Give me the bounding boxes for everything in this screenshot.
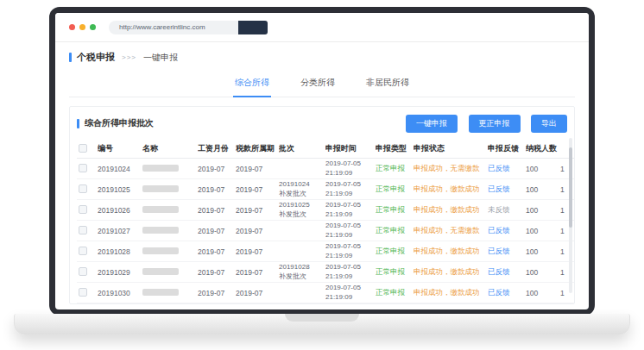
browser-chrome: http://www.careerintlinc.com [55, 13, 589, 42]
page-content: 个税申报 >>> 一键申报 综合所得 分类所得 非居民所得 综合所得申报批次 一… [55, 42, 589, 309]
row-checkbox[interactable] [79, 205, 87, 214]
panel-title: 综合所得申报批次 [77, 117, 154, 129]
col-header-tax-period: 税款所属期 [236, 143, 279, 154]
cell-taxpayers: 100 [526, 268, 560, 277]
panel-title-text: 综合所得申报批次 [85, 117, 154, 129]
url-text: http://www.careerintlinc.com [119, 23, 205, 31]
correct-declare-button[interactable]: 更正申报 [469, 115, 521, 133]
col-header-feedback: 申报反馈 [488, 143, 526, 154]
batch-table: 编号 名称 工资月份 税款所属期 批次 申报时间 申报类型 申报状态 申报反馈 … [77, 140, 575, 304]
cell-clipped: 1 [560, 247, 575, 256]
cell-salary-month: 2019-07 [198, 165, 236, 173]
title-accent-bar [69, 53, 72, 62]
col-header-salary-month: 工资月份 [198, 143, 236, 154]
select-all-checkbox[interactable] [79, 144, 87, 153]
row-checkbox[interactable] [79, 184, 87, 193]
cell-name [142, 227, 198, 235]
cell-salary-month: 2019-07 [198, 227, 236, 235]
cell-feedback: 已反馈 [488, 164, 526, 174]
cell-name [142, 247, 198, 256]
cell-taxpayers: 100 [526, 247, 560, 256]
cell-batch: 20191025补发批次 [279, 201, 325, 219]
cell-id: 20191027 [98, 227, 142, 235]
col-header-batch: 批次 [279, 143, 325, 154]
export-button[interactable]: 导出 [531, 115, 567, 133]
cell-declare-time: 2019-07-0521:19:09 [325, 263, 376, 281]
window-dot-close[interactable] [69, 24, 75, 30]
panel-actions: 一键申报 更正申报 导出 [399, 114, 567, 133]
table-row: 20191026 2019-07 2019-07 20191025补发批次 20… [77, 200, 575, 221]
col-header-taxpayers: 纳税人数 [526, 143, 560, 154]
cell-salary-month: 2019-07 [198, 289, 236, 297]
row-checkbox[interactable] [79, 247, 87, 255]
laptop-frame: http://www.careerintlinc.com 个税申报 >>> 一键… [49, 7, 595, 316]
cell-feedback: 已反馈 [488, 267, 526, 278]
cell-id: 20191029 [98, 268, 142, 277]
page-title: 个税申报 [77, 51, 115, 64]
row-checkbox[interactable] [79, 164, 87, 172]
cell-declare-time: 2019-07-0521:19:09 [325, 180, 376, 198]
cell-clipped: 1 [560, 165, 575, 173]
redacted-name [142, 289, 179, 296]
cell-tax-period: 2019-07 [236, 289, 279, 297]
row-checkbox[interactable] [79, 288, 87, 297]
table-row: 20191025 2019-07 2019-07 20191024补发批次 20… [77, 179, 575, 200]
cell-declare-type: 正常申报 [376, 205, 414, 216]
cell-batch: 20191024补发批次 [279, 180, 325, 198]
row-checkbox[interactable] [79, 226, 87, 234]
cell-taxpayers: 100 [526, 206, 560, 215]
cell-clipped: 1 [560, 268, 575, 277]
cell-declare-status: 申报成功，缴款成功 [414, 288, 488, 298]
cell-tax-period: 2019-07 [236, 247, 279, 256]
redacted-name [142, 227, 179, 234]
cell-declare-status: 申报成功，缴款成功 [414, 267, 488, 278]
cell-feedback: 未反馈 [488, 205, 526, 216]
one-click-declare-button[interactable]: 一键申报 [406, 115, 458, 133]
cell-feedback: 已反馈 [488, 184, 526, 195]
row-checkbox[interactable] [79, 267, 87, 276]
cell-clipped: 1 [560, 185, 575, 194]
cell-taxpayers: 100 [526, 227, 560, 235]
cell-declare-time: 2019-07-0521:19:09 [325, 201, 376, 219]
cell-name [142, 289, 198, 297]
cell-declare-time: 2019-07-0521:19:09 [325, 222, 376, 240]
cell-declare-type: 正常申报 [376, 247, 414, 257]
cell-taxpayers: 100 [526, 289, 560, 297]
breadcrumb-current: 一键申报 [143, 52, 178, 64]
browser-window: http://www.careerintlinc.com 个税申报 >>> 一键… [55, 13, 589, 309]
cell-name [142, 185, 198, 194]
cell-salary-month: 2019-07 [198, 206, 236, 215]
redacted-name [142, 165, 179, 172]
cell-id: 20191024 [98, 165, 142, 173]
cell-declare-time: 2019-07-0521:19:09 [325, 242, 376, 260]
table-row: 20191027 2019-07 2019-07 2019-07-0521:19… [77, 221, 575, 241]
col-header-declare-type: 申报类型 [376, 143, 414, 154]
table-row: 20191030 2019-07 2019-07 2019-07-0521:19… [77, 283, 575, 303]
table-row: 20191029 2019-07 2019-07 20191028补发批次 20… [77, 262, 575, 283]
cell-declare-type: 正常申报 [376, 267, 414, 278]
cell-feedback: 已反馈 [488, 247, 526, 257]
cell-salary-month: 2019-07 [198, 185, 236, 194]
cell-id: 20191025 [98, 185, 142, 194]
cell-tax-period: 2019-07 [236, 227, 279, 235]
table-header-row: 编号 名称 工资月份 税款所属期 批次 申报时间 申报类型 申报状态 申报反馈 … [77, 140, 575, 159]
tab-nonresident-income[interactable]: 非居民所得 [364, 69, 411, 97]
cell-id: 20191026 [98, 206, 142, 215]
table-row: 20191024 2019-07 2019-07 2019-07-0521:19… [77, 159, 575, 179]
url-bar[interactable]: http://www.careerintlinc.com [109, 21, 238, 34]
cell-name [142, 268, 198, 277]
redacted-name [142, 185, 179, 192]
vertical-scrollbar-thumb[interactable] [569, 147, 572, 228]
cell-declare-type: 正常申报 [376, 184, 414, 195]
cell-declare-status: 申报成功，无需缴款 [414, 226, 488, 236]
cell-taxpayers: 100 [526, 185, 560, 194]
window-dot-maximize[interactable] [90, 24, 96, 30]
window-dot-minimize[interactable] [79, 24, 85, 30]
panel-header: 综合所得申报批次 一键申报 更正申报 导出 [77, 114, 567, 133]
url-bar-button[interactable] [238, 21, 268, 34]
tab-classified-income[interactable]: 分类所得 [299, 69, 337, 97]
tab-comprehensive-income[interactable]: 综合所得 [233, 69, 271, 97]
vertical-scrollbar[interactable] [569, 138, 572, 293]
cell-name [142, 165, 198, 173]
cell-tax-period: 2019-07 [236, 206, 279, 215]
